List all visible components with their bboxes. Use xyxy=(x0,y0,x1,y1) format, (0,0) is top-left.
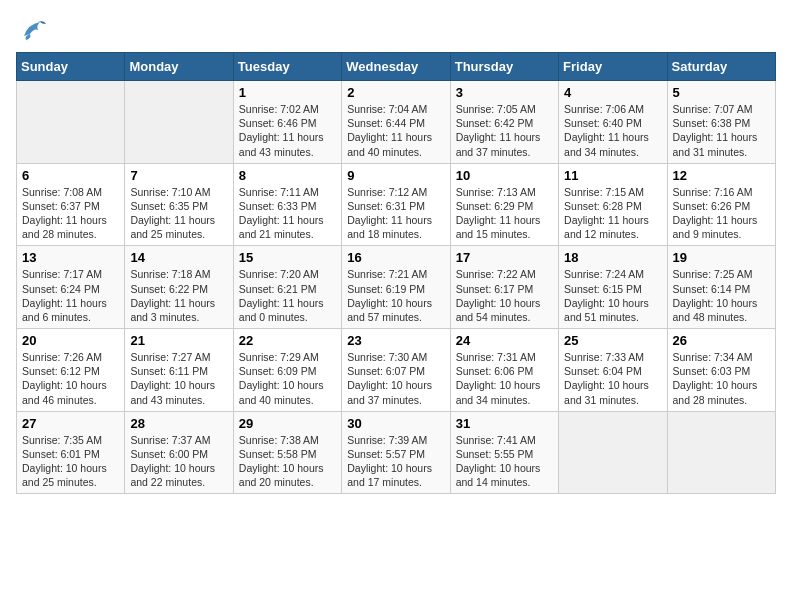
sunset-text: Sunset: 6:01 PM xyxy=(22,448,100,460)
calendar-cell: 7 Sunrise: 7:10 AM Sunset: 6:35 PM Dayli… xyxy=(125,163,233,246)
sunset-text: Sunset: 6:12 PM xyxy=(22,365,100,377)
sunrise-text: Sunrise: 7:05 AM xyxy=(456,103,536,115)
day-info: Sunrise: 7:08 AM Sunset: 6:37 PM Dayligh… xyxy=(22,185,119,242)
day-number: 20 xyxy=(22,333,119,348)
day-number: 24 xyxy=(456,333,553,348)
calendar-cell: 31 Sunrise: 7:41 AM Sunset: 5:55 PM Dayl… xyxy=(450,411,558,494)
calendar-cell: 29 Sunrise: 7:38 AM Sunset: 5:58 PM Dayl… xyxy=(233,411,341,494)
logo xyxy=(16,16,52,44)
calendar-week-row: 13 Sunrise: 7:17 AM Sunset: 6:24 PM Dayl… xyxy=(17,246,776,329)
daylight-text: Daylight: 10 hours and 17 minutes. xyxy=(347,462,432,488)
daylight-text: Daylight: 10 hours and 14 minutes. xyxy=(456,462,541,488)
day-number: 2 xyxy=(347,85,444,100)
day-info: Sunrise: 7:41 AM Sunset: 5:55 PM Dayligh… xyxy=(456,433,553,490)
sunset-text: Sunset: 6:11 PM xyxy=(130,365,208,377)
sunset-text: Sunset: 6:04 PM xyxy=(564,365,642,377)
calendar-cell: 22 Sunrise: 7:29 AM Sunset: 6:09 PM Dayl… xyxy=(233,329,341,412)
daylight-text: Daylight: 11 hours and 31 minutes. xyxy=(673,131,758,157)
sunset-text: Sunset: 6:35 PM xyxy=(130,200,208,212)
sunrise-text: Sunrise: 7:12 AM xyxy=(347,186,427,198)
daylight-text: Daylight: 11 hours and 6 minutes. xyxy=(22,297,107,323)
day-of-week-header: Wednesday xyxy=(342,53,450,81)
day-of-week-header: Friday xyxy=(559,53,667,81)
day-info: Sunrise: 7:16 AM Sunset: 6:26 PM Dayligh… xyxy=(673,185,770,242)
calendar-cell xyxy=(17,81,125,164)
sunset-text: Sunset: 6:07 PM xyxy=(347,365,425,377)
calendar-cell: 23 Sunrise: 7:30 AM Sunset: 6:07 PM Dayl… xyxy=(342,329,450,412)
day-of-week-header: Tuesday xyxy=(233,53,341,81)
sunrise-text: Sunrise: 7:06 AM xyxy=(564,103,644,115)
day-info: Sunrise: 7:13 AM Sunset: 6:29 PM Dayligh… xyxy=(456,185,553,242)
day-info: Sunrise: 7:29 AM Sunset: 6:09 PM Dayligh… xyxy=(239,350,336,407)
daylight-text: Daylight: 10 hours and 34 minutes. xyxy=(456,379,541,405)
daylight-text: Daylight: 11 hours and 28 minutes. xyxy=(22,214,107,240)
sunrise-text: Sunrise: 7:07 AM xyxy=(673,103,753,115)
calendar-cell xyxy=(125,81,233,164)
calendar-cell: 4 Sunrise: 7:06 AM Sunset: 6:40 PM Dayli… xyxy=(559,81,667,164)
sunrise-text: Sunrise: 7:16 AM xyxy=(673,186,753,198)
daylight-text: Daylight: 11 hours and 0 minutes. xyxy=(239,297,324,323)
day-number: 29 xyxy=(239,416,336,431)
sunrise-text: Sunrise: 7:20 AM xyxy=(239,268,319,280)
day-number: 27 xyxy=(22,416,119,431)
day-info: Sunrise: 7:30 AM Sunset: 6:07 PM Dayligh… xyxy=(347,350,444,407)
day-of-week-header: Thursday xyxy=(450,53,558,81)
daylight-text: Daylight: 10 hours and 40 minutes. xyxy=(239,379,324,405)
logo-bird-icon xyxy=(16,16,48,44)
sunset-text: Sunset: 6:31 PM xyxy=(347,200,425,212)
daylight-text: Daylight: 10 hours and 25 minutes. xyxy=(22,462,107,488)
daylight-text: Daylight: 11 hours and 25 minutes. xyxy=(130,214,215,240)
sunset-text: Sunset: 5:58 PM xyxy=(239,448,317,460)
daylight-text: Daylight: 10 hours and 20 minutes. xyxy=(239,462,324,488)
day-number: 25 xyxy=(564,333,661,348)
sunrise-text: Sunrise: 7:22 AM xyxy=(456,268,536,280)
daylight-text: Daylight: 11 hours and 3 minutes. xyxy=(130,297,215,323)
sunrise-text: Sunrise: 7:15 AM xyxy=(564,186,644,198)
sunrise-text: Sunrise: 7:37 AM xyxy=(130,434,210,446)
calendar-cell: 13 Sunrise: 7:17 AM Sunset: 6:24 PM Dayl… xyxy=(17,246,125,329)
sunset-text: Sunset: 6:37 PM xyxy=(22,200,100,212)
daylight-text: Daylight: 11 hours and 21 minutes. xyxy=(239,214,324,240)
sunrise-text: Sunrise: 7:11 AM xyxy=(239,186,319,198)
sunset-text: Sunset: 6:22 PM xyxy=(130,283,208,295)
sunset-text: Sunset: 6:09 PM xyxy=(239,365,317,377)
daylight-text: Daylight: 10 hours and 37 minutes. xyxy=(347,379,432,405)
daylight-text: Daylight: 10 hours and 43 minutes. xyxy=(130,379,215,405)
day-number: 18 xyxy=(564,250,661,265)
sunset-text: Sunset: 6:29 PM xyxy=(456,200,534,212)
day-number: 3 xyxy=(456,85,553,100)
calendar-week-row: 6 Sunrise: 7:08 AM Sunset: 6:37 PM Dayli… xyxy=(17,163,776,246)
day-info: Sunrise: 7:04 AM Sunset: 6:44 PM Dayligh… xyxy=(347,102,444,159)
sunset-text: Sunset: 6:42 PM xyxy=(456,117,534,129)
daylight-text: Daylight: 11 hours and 34 minutes. xyxy=(564,131,649,157)
day-of-week-header: Saturday xyxy=(667,53,775,81)
calendar-cell: 14 Sunrise: 7:18 AM Sunset: 6:22 PM Dayl… xyxy=(125,246,233,329)
day-info: Sunrise: 7:10 AM Sunset: 6:35 PM Dayligh… xyxy=(130,185,227,242)
sunrise-text: Sunrise: 7:41 AM xyxy=(456,434,536,446)
sunset-text: Sunset: 6:33 PM xyxy=(239,200,317,212)
day-number: 30 xyxy=(347,416,444,431)
sunset-text: Sunset: 6:26 PM xyxy=(673,200,751,212)
day-number: 28 xyxy=(130,416,227,431)
calendar-cell: 5 Sunrise: 7:07 AM Sunset: 6:38 PM Dayli… xyxy=(667,81,775,164)
calendar-cell: 15 Sunrise: 7:20 AM Sunset: 6:21 PM Dayl… xyxy=(233,246,341,329)
day-info: Sunrise: 7:22 AM Sunset: 6:17 PM Dayligh… xyxy=(456,267,553,324)
calendar-cell: 1 Sunrise: 7:02 AM Sunset: 6:46 PM Dayli… xyxy=(233,81,341,164)
daylight-text: Daylight: 11 hours and 40 minutes. xyxy=(347,131,432,157)
sunset-text: Sunset: 6:06 PM xyxy=(456,365,534,377)
calendar-body: 1 Sunrise: 7:02 AM Sunset: 6:46 PM Dayli… xyxy=(17,81,776,494)
daylight-text: Daylight: 10 hours and 28 minutes. xyxy=(673,379,758,405)
daylight-text: Daylight: 11 hours and 43 minutes. xyxy=(239,131,324,157)
daylight-text: Daylight: 10 hours and 51 minutes. xyxy=(564,297,649,323)
calendar-cell: 20 Sunrise: 7:26 AM Sunset: 6:12 PM Dayl… xyxy=(17,329,125,412)
sunrise-text: Sunrise: 7:21 AM xyxy=(347,268,427,280)
daylight-text: Daylight: 11 hours and 37 minutes. xyxy=(456,131,541,157)
sunset-text: Sunset: 6:03 PM xyxy=(673,365,751,377)
day-info: Sunrise: 7:31 AM Sunset: 6:06 PM Dayligh… xyxy=(456,350,553,407)
sunset-text: Sunset: 6:40 PM xyxy=(564,117,642,129)
day-info: Sunrise: 7:18 AM Sunset: 6:22 PM Dayligh… xyxy=(130,267,227,324)
calendar-cell xyxy=(667,411,775,494)
day-info: Sunrise: 7:12 AM Sunset: 6:31 PM Dayligh… xyxy=(347,185,444,242)
calendar-cell: 28 Sunrise: 7:37 AM Sunset: 6:00 PM Dayl… xyxy=(125,411,233,494)
sunrise-text: Sunrise: 7:02 AM xyxy=(239,103,319,115)
